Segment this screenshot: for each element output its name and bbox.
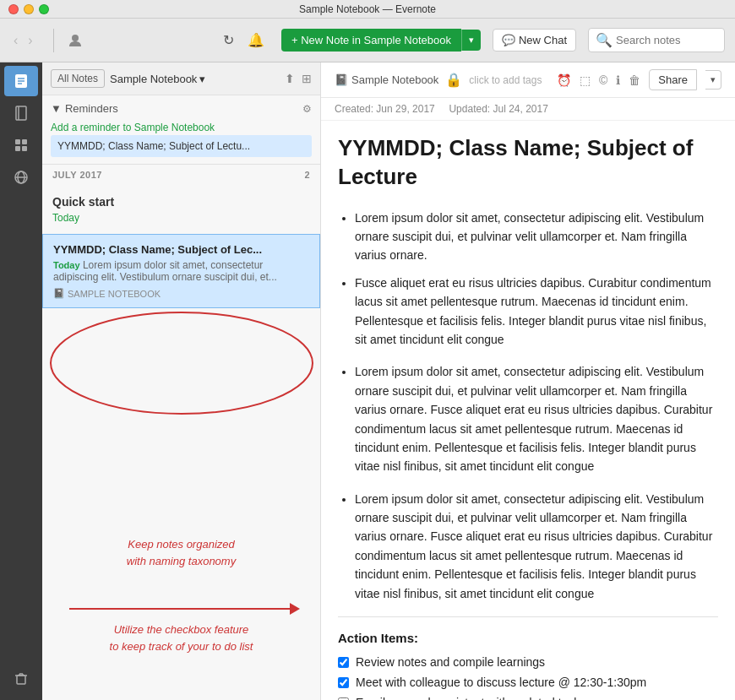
search-icon: 🔍 (596, 32, 612, 48)
note-item-notebook: 📓 SAMPLE NOTEBOOK (53, 288, 309, 299)
note-notebook-label: SAMPLE NOTEBOOK (68, 289, 161, 299)
reminders-header: ▼ Reminders ⚙ (51, 102, 312, 115)
new-chat-label: New Chat (519, 34, 567, 46)
bell-button[interactable]: 🔔 (244, 29, 268, 52)
reminders-gear-icon[interactable]: ⚙ (302, 103, 312, 115)
notes-list: JULY 2017 2 Quick start Today YYMMDD; Cl… (42, 165, 320, 700)
profile-icon (68, 33, 83, 48)
checkbox-item-2: Meet with colleague to discuss lecture @… (338, 676, 718, 689)
checkbox-2[interactable] (338, 677, 349, 688)
back-button[interactable]: ‹ (10, 31, 21, 50)
triangle-icon: ▼ (51, 102, 62, 115)
checkbox-1[interactable] (338, 657, 349, 668)
share-button[interactable]: Share (649, 69, 697, 90)
maximize-button[interactable] (39, 4, 49, 14)
svg-point-0 (72, 35, 79, 41)
annotation-container: Keep notes organizedwith naming taxonomy (42, 308, 320, 569)
checkbox-item-3: Email research assistant with updated ta… (338, 696, 718, 700)
info-icon[interactable]: ℹ (616, 73, 620, 87)
close-button[interactable] (8, 4, 19, 14)
icon-sidebar (0, 62, 42, 700)
notebook-name: Sample Notebook (110, 73, 197, 85)
notes-icon (13, 73, 30, 90)
note-item-date: Today (53, 260, 80, 270)
note-item-title: YYMMDD; Class Name; Subject of Lec... (53, 243, 309, 256)
traffic-lights (8, 4, 49, 14)
quick-start-subtitle[interactable]: Today (52, 212, 310, 224)
notebook-name-editor[interactable]: Sample Notebook (351, 73, 438, 86)
all-notes-button[interactable]: All Notes (51, 69, 105, 88)
sync-button[interactable]: ↻ (220, 29, 237, 52)
svg-rect-14 (17, 676, 25, 684)
notes-panel: All Notes Sample Notebook ▾ ⬆ ⊞ ▼ Remind… (42, 62, 321, 700)
notebook-icon-small: 📓 (53, 288, 65, 299)
note-dates: Created: Jun 29, 2017 Updated: Jul 24, 2… (321, 98, 735, 121)
reminders-title[interactable]: ▼ Reminders (51, 102, 118, 115)
atlas-icon (13, 169, 30, 186)
svg-rect-8 (22, 139, 27, 144)
note-tags-field[interactable]: click to add tags (469, 74, 542, 86)
note-header-icons: ⏰ ⬚ © ℹ 🗑 Share ▾ (557, 69, 721, 90)
chat-icon: 💬 (502, 34, 515, 46)
reminders-section: ▼ Reminders ⚙ Add a reminder to Sample N… (42, 95, 320, 165)
sidebar-item-notebook[interactable] (4, 98, 38, 128)
bullet-item-4: Lorem ipsum dolor sit amet, consectetur … (355, 490, 718, 603)
note-item-preview-text: Lorem ipsum dolor sit amet, consectetur … (53, 259, 277, 283)
main-content: All Notes Sample Notebook ▾ ⬆ ⊞ ▼ Remind… (0, 62, 735, 700)
reminder-note-item[interactable]: YYMMDD; Class Name; Subject of Lectu... (51, 135, 312, 157)
reminder-icon[interactable]: ⏰ (557, 73, 571, 87)
new-note-button[interactable]: + New Note in Sample Notebook (281, 29, 461, 52)
info-circle-icon[interactable]: © (599, 73, 607, 87)
note-item-preview: Today Lorem ipsum dolor sit amet, consec… (53, 259, 309, 283)
annotation-text2: Utilize the checkbox featureto keep trac… (52, 615, 310, 661)
forward-button[interactable]: › (24, 31, 35, 50)
note-notebook-label: 📓 Sample Notebook (335, 73, 438, 86)
notebook-icon (13, 105, 30, 122)
nav-buttons: ‹ › (10, 31, 36, 50)
toolbar: ‹ › ↻ 🔔 + New Note in Sample Notebook ▾ … (0, 19, 735, 62)
quick-start-title: Quick start (52, 195, 310, 209)
sidebar-item-notes[interactable] (4, 66, 38, 96)
notebook-selector[interactable]: Sample Notebook ▾ (110, 73, 205, 85)
view-options-icon[interactable]: ⊞ (302, 72, 312, 85)
search-input[interactable] (616, 34, 717, 46)
created-date: Created: Jun 29, 2017 (335, 103, 435, 115)
profile-button[interactable] (64, 30, 86, 52)
context-icon[interactable]: ⬚ (580, 73, 591, 87)
svg-rect-9 (15, 146, 20, 151)
new-note-dropdown-button[interactable]: ▾ (461, 30, 481, 51)
bullet-item-3: Lorem ipsum dolor sit amet, consectetur … (355, 362, 718, 475)
svg-rect-10 (22, 146, 27, 151)
share-panel-icon[interactable]: ⬆ (285, 72, 295, 85)
arrow-head (290, 603, 300, 615)
quick-start-section: Quick start Today (42, 185, 320, 234)
notes-panel-header: All Notes Sample Notebook ▾ ⬆ ⊞ (42, 62, 320, 95)
arrow-line (69, 608, 290, 610)
bullet-item-2: Fusce aliquet erat eu risus ultricies da… (355, 274, 718, 350)
lock-icon[interactable]: 🔒 (445, 72, 462, 88)
oval-spacer (52, 317, 310, 426)
checkbox-label-3: Email research assistant with updated ta… (356, 696, 585, 700)
delete-icon[interactable]: 🗑 (629, 73, 640, 87)
sidebar-item-shortcuts[interactable] (4, 130, 38, 160)
minimize-button[interactable] (24, 4, 34, 14)
new-chat-button[interactable]: 💬 New Chat (493, 29, 576, 52)
sidebar-item-atlas[interactable] (4, 162, 38, 193)
reminders-label: Reminders (65, 102, 118, 115)
month-header: JULY 2017 2 (42, 165, 320, 185)
selected-note-item[interactable]: YYMMDD; Class Name; Subject of Lec... To… (42, 234, 320, 308)
note-editor-header: 📓 Sample Notebook 🔒 click to add tags ⏰ … (321, 62, 735, 98)
trash-icon (13, 670, 30, 686)
window-title: Sample Notebook — Evernote (299, 3, 436, 15)
shortcuts-icon (13, 137, 30, 154)
third-bullet-list: Lorem ipsum dolor sit amet, consectetur … (355, 490, 718, 603)
checkbox-item-1: Review notes and compile learnings (338, 655, 718, 669)
share-dropdown-button[interactable]: ▾ (705, 70, 721, 90)
note-body[interactable]: YYMMDD; Class Name; Subject of Lecture L… (321, 121, 735, 700)
second-bullet-list: Lorem ipsum dolor sit amet, consectetur … (355, 362, 718, 475)
svg-rect-5 (16, 106, 26, 120)
panel-header-icons: ⬆ ⊞ (285, 72, 312, 85)
checkbox-label-2: Meet with colleague to discuss lecture @… (356, 676, 646, 689)
add-reminder-button[interactable]: Add a reminder to Sample Notebook (51, 120, 312, 135)
sidebar-item-trash[interactable] (4, 663, 38, 693)
